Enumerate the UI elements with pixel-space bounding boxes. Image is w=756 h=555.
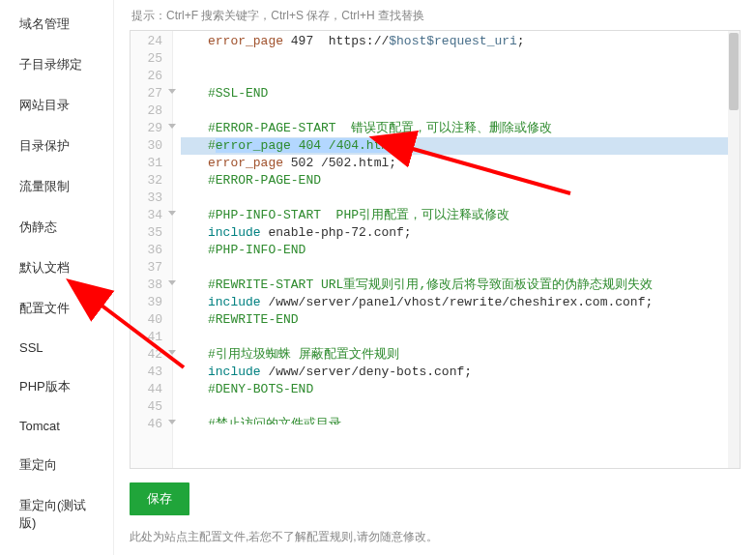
code-line-38[interactable]: #REWRITE-START URL重写规则引用,修改后将导致面板设置的伪静态规… bbox=[181, 277, 740, 294]
main-panel: 提示：Ctrl+F 搜索关键字，Ctrl+S 保存，Ctrl+H 查找替换 24… bbox=[114, 0, 756, 555]
code-line-24[interactable]: error_page 497 https://$host$request_uri… bbox=[181, 33, 740, 50]
code-line-46[interactable]: #禁止访问的文件或目录 bbox=[181, 416, 740, 424]
footnote: 此处为站点主配置文件,若您不了解配置规则,请勿随意修改。 bbox=[130, 529, 741, 545]
sidebar-item-3[interactable]: 目录保护 bbox=[0, 126, 113, 166]
sidebar-item-12[interactable]: 重定向(测试版) bbox=[0, 485, 113, 543]
code-line-34[interactable]: #PHP-INFO-START PHP引用配置，可以注释或修改 bbox=[181, 207, 740, 224]
hint-text: 提示：Ctrl+F 搜索关键字，Ctrl+S 保存，Ctrl+H 查找替换 bbox=[130, 8, 741, 30]
code-line-45[interactable] bbox=[181, 398, 740, 416]
code-line-28[interactable] bbox=[181, 102, 740, 120]
editor-gutter: 2425262728293031323334353637383940414243… bbox=[131, 31, 173, 468]
code-line-26[interactable] bbox=[181, 68, 740, 85]
sidebar-item-11[interactable]: 重定向 bbox=[0, 445, 113, 485]
sidebar-item-9[interactable]: PHP版本 bbox=[0, 366, 113, 407]
save-button[interactable]: 保存 bbox=[130, 482, 189, 515]
code-line-31[interactable]: error_page 502 /502.html; bbox=[181, 155, 740, 172]
code-line-30[interactable]: #error_page 404 /404.html; bbox=[181, 137, 734, 155]
sidebar: 域名管理子目录绑定网站目录目录保护流量限制伪静态默认文档配置文件SSLPHP版本… bbox=[0, 0, 114, 555]
sidebar-item-2[interactable]: 网站目录 bbox=[0, 85, 113, 126]
sidebar-item-13[interactable]: 反向代理 bbox=[0, 543, 113, 555]
code-line-25[interactable] bbox=[181, 50, 740, 68]
sidebar-item-10[interactable]: Tomcat bbox=[0, 407, 113, 445]
code-line-44[interactable]: #DENY-BOTS-END bbox=[181, 381, 740, 398]
scrollbar-vertical[interactable] bbox=[728, 31, 740, 468]
code-line-27[interactable]: #SSL-END bbox=[181, 85, 740, 102]
sidebar-item-0[interactable]: 域名管理 bbox=[0, 4, 113, 44]
code-line-35[interactable]: include enable-php-72.conf; bbox=[181, 224, 740, 242]
code-line-43[interactable]: include /www/server/deny-bots.conf; bbox=[181, 364, 740, 381]
sidebar-item-7[interactable]: 配置文件 bbox=[0, 288, 113, 329]
scrollbar-thumb[interactable] bbox=[729, 33, 739, 110]
code-line-39[interactable]: include /www/server/panel/vhost/rewrite/… bbox=[181, 294, 740, 311]
code-line-29[interactable]: #ERROR-PAGE-START 错误页配置，可以注释、删除或修改 bbox=[181, 120, 740, 137]
sidebar-item-6[interactable]: 默认文档 bbox=[0, 248, 113, 288]
code-line-33[interactable] bbox=[181, 190, 740, 207]
editor-code[interactable]: error_page 497 https://$host$request_uri… bbox=[173, 31, 740, 468]
sidebar-item-4[interactable]: 流量限制 bbox=[0, 166, 113, 207]
code-line-40[interactable]: #REWRITE-END bbox=[181, 311, 740, 329]
code-line-41[interactable] bbox=[181, 329, 740, 346]
sidebar-item-5[interactable]: 伪静态 bbox=[0, 207, 113, 248]
sidebar-item-1[interactable]: 子目录绑定 bbox=[0, 44, 113, 85]
code-line-36[interactable]: #PHP-INFO-END bbox=[181, 242, 740, 259]
code-line-32[interactable]: #ERROR-PAGE-END bbox=[181, 172, 740, 190]
editor[interactable]: 2425262728293031323334353637383940414243… bbox=[130, 30, 741, 469]
sidebar-item-8[interactable]: SSL bbox=[0, 329, 113, 366]
code-line-37[interactable] bbox=[181, 259, 740, 277]
code-line-42[interactable]: #引用垃圾蜘蛛 屏蔽配置文件规则 bbox=[181, 346, 740, 364]
